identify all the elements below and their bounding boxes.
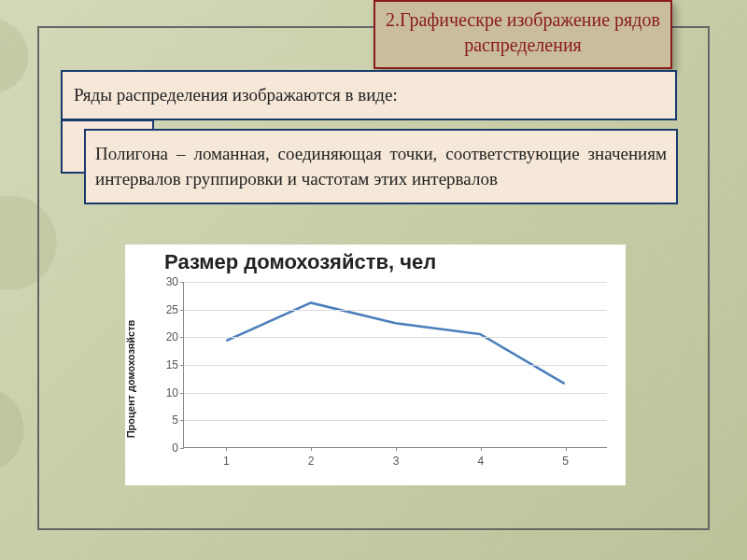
y-tickmark: [180, 310, 184, 311]
chart-title: Размер домохозяйств, чел: [125, 245, 626, 276]
x-tick-label: 1: [223, 455, 230, 468]
x-tickmark: [396, 447, 397, 451]
x-tickmark: [481, 447, 482, 451]
y-tick-label: 30: [166, 275, 178, 288]
y-tickmark: [180, 282, 184, 283]
x-tickmark: [566, 447, 567, 451]
chart-container: Размер домохозяйств, чел Процент домохоз…: [125, 245, 626, 485]
y-tick-label: 20: [166, 330, 178, 343]
gridline: [184, 365, 607, 366]
gridline: [184, 310, 607, 311]
y-tickmark: [180, 448, 184, 449]
intro-text: Ряды распределения изображаются в виде:: [74, 85, 398, 105]
x-tickmark: [311, 447, 312, 451]
x-tick-label: 5: [562, 455, 569, 468]
y-tick-label: 10: [166, 386, 178, 399]
y-tickmark: [180, 420, 184, 421]
x-tick-label: 3: [393, 455, 400, 468]
polygon-definition-box: Полигона – ломанная, соединяющая точки, …: [84, 129, 678, 204]
x-tickmark: [226, 447, 227, 451]
gridline: [184, 337, 607, 338]
gridline: [184, 420, 607, 421]
y-tickmark: [180, 337, 184, 338]
x-tick-label: 4: [477, 455, 484, 468]
y-tick-label: 15: [166, 358, 178, 371]
polygon-text: Полигона – ломанная, соединяющая точки, …: [95, 144, 667, 189]
y-tick-label: 0: [172, 441, 178, 455]
chart-ylabel: Процент домохозяйств: [125, 314, 136, 444]
y-tick-label: 5: [172, 413, 178, 427]
y-tickmark: [180, 393, 184, 394]
y-tickmark: [180, 365, 184, 366]
chart-body: Процент домохозяйств 05101520253012345: [125, 276, 626, 482]
x-tick-label: 2: [308, 455, 315, 468]
gridline: [184, 282, 607, 283]
intro-box: Ряды распределения изображаются в виде:: [61, 70, 677, 120]
slide-title: 2.Графическре изображение рядов распреде…: [386, 9, 660, 55]
slide-title-box: 2.Графическре изображение рядов распреде…: [374, 0, 672, 69]
plot-area: 05101520253012345: [183, 282, 607, 448]
gridline: [184, 393, 607, 394]
data-line: [226, 302, 564, 384]
y-tick-label: 25: [166, 303, 178, 316]
